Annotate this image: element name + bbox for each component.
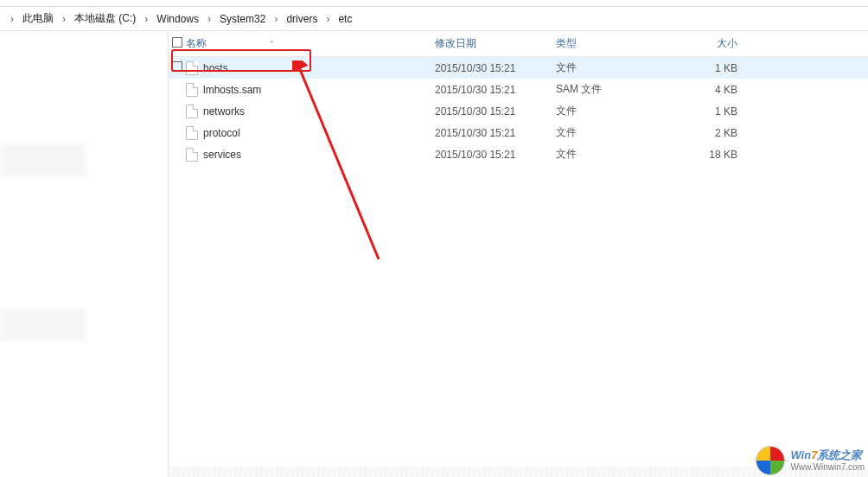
breadcrumb-segment[interactable]: System32: [216, 13, 269, 25]
file-list-pane: 名称 ˆ 修改日期 类型 大小 hosts 2015/10/30 15:21 文…: [169, 31, 868, 477]
file-type: 文件: [556, 104, 677, 118]
file-icon: [186, 148, 198, 162]
chevron-right-icon: ›: [269, 13, 283, 25]
file-date: 2015/10/30 15:21: [435, 105, 556, 118]
file-date: 2015/10/30 15:21: [435, 149, 556, 161]
breadcrumb-segment[interactable]: drivers: [283, 13, 321, 25]
chevron-right-icon: ›: [5, 13, 19, 25]
file-date: 2015/10/30 15:21: [435, 84, 556, 96]
file-row[interactable]: services 2015/10/30 15:21 文件 18 KB: [169, 143, 868, 165]
column-date[interactable]: 修改日期: [435, 36, 556, 51]
file-name: lmhosts.sam: [203, 84, 261, 96]
ribbon-tabs: [0, 0, 868, 7]
windows-logo-icon: [756, 446, 785, 475]
navigation-pane[interactable]: [0, 31, 169, 477]
column-name-label: 名称: [186, 36, 207, 51]
breadcrumb-segment[interactable]: 此电脑: [19, 11, 57, 26]
column-headers[interactable]: 名称 ˆ 修改日期 类型 大小: [169, 31, 868, 57]
file-type: 文件: [556, 125, 677, 140]
watermark-title: Win7系统之家: [790, 448, 865, 462]
column-type[interactable]: 类型: [556, 36, 677, 51]
chevron-right-icon: ›: [139, 13, 153, 25]
file-row[interactable]: protocol 2015/10/30 15:21 文件 2 KB: [169, 122, 868, 143]
file-name: protocol: [203, 127, 240, 139]
file-row[interactable]: networks 2015/10/30 15:21 文件 1 KB: [169, 100, 868, 122]
file-type: 文件: [556, 147, 677, 162]
sort-asc-icon: ˆ: [271, 40, 273, 48]
file-icon: [186, 126, 198, 140]
file-size: 1 KB: [677, 62, 755, 74]
file-row[interactable]: lmhosts.sam 2015/10/30 15:21 SAM 文件 4 KB: [169, 79, 868, 100]
file-icon: [186, 105, 198, 118]
file-name: hosts: [203, 62, 228, 74]
file-date: 2015/10/30 15:21: [435, 62, 556, 74]
breadcrumb[interactable]: › 此电脑 › 本地磁盘 (C:) › Windows › System32 ›…: [0, 7, 868, 31]
breadcrumb-segment[interactable]: etc: [335, 13, 355, 25]
select-all-checkbox[interactable]: [172, 37, 182, 48]
watermark-url: Www.Winwin7.com: [790, 462, 865, 473]
file-row[interactable]: hosts 2015/10/30 15:21 文件 1 KB: [169, 57, 868, 79]
watermark: Win7系统之家 Www.Winwin7.com: [756, 446, 865, 475]
file-name: networks: [203, 105, 245, 118]
column-name[interactable]: 名称 ˆ: [186, 36, 435, 51]
file-size: 4 KB: [677, 84, 755, 96]
file-type: 文件: [556, 60, 677, 75]
file-date: 2015/10/30 15:21: [435, 127, 556, 139]
file-icon: [186, 61, 198, 75]
breadcrumb-segment[interactable]: 本地磁盘 (C:): [71, 11, 139, 26]
column-size[interactable]: 大小: [677, 36, 755, 51]
file-name: services: [203, 149, 241, 161]
file-type: SAM 文件: [556, 82, 677, 97]
file-size: 1 KB: [677, 105, 755, 118]
chevron-right-icon: ›: [202, 13, 216, 25]
breadcrumb-segment[interactable]: Windows: [153, 13, 202, 25]
file-icon: [186, 83, 198, 97]
file-size: 2 KB: [677, 127, 755, 139]
chevron-right-icon: ›: [57, 13, 71, 25]
row-checkbox[interactable]: [172, 61, 182, 72]
file-size: 18 KB: [677, 149, 755, 161]
chevron-right-icon: ›: [321, 13, 335, 25]
